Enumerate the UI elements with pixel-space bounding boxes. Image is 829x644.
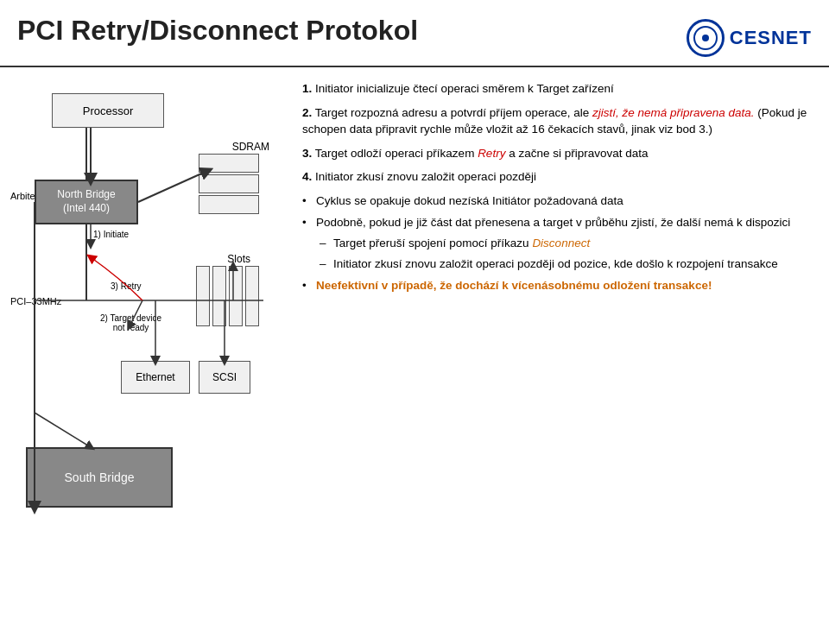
item3-num: 3. bbox=[302, 147, 312, 160]
bullet-item-3: Neefektivní v případě, že dochází k více… bbox=[302, 277, 812, 294]
north-bridge-label-line1: North Bridge bbox=[57, 188, 115, 202]
south-bridge-box: South Bridge bbox=[26, 447, 173, 508]
list-item-4: 4. Initiator zkusí znovu založit operaci… bbox=[302, 168, 812, 186]
sdram-box-3 bbox=[199, 195, 259, 214]
item1-num: 1. bbox=[302, 82, 312, 95]
north-bridge-label-line2: (Intel 440) bbox=[63, 202, 110, 216]
bullet3-highlight: Neefektivní v případě, že dochází k více… bbox=[316, 279, 712, 292]
page-title: PCI Retry/Disconnect Protokol bbox=[17, 16, 418, 46]
sub-bullet-item-2: Initiator zkusí znovu založit operaci po… bbox=[316, 256, 812, 273]
sdram-group bbox=[199, 154, 259, 214]
item2-num: 2. bbox=[302, 106, 312, 119]
south-bridge-label: South Bridge bbox=[65, 470, 135, 484]
processor-label: Processor bbox=[83, 104, 134, 117]
ethernet-label: Ethernet bbox=[136, 371, 174, 383]
sdram-box-2 bbox=[199, 174, 259, 193]
sub-bullet-list: Target přeruší spojení pomocí příkazu Di… bbox=[316, 235, 812, 272]
item1-text: Initiator inicializuje čtecí operaci smě… bbox=[315, 82, 614, 95]
subbullet2-text: Initiator zkusí znovu založit operaci po… bbox=[333, 257, 778, 270]
logo-text: CESNET bbox=[730, 27, 812, 49]
north-bridge-box: North Bridge (Intel 440) bbox=[35, 180, 138, 224]
target-label: 2) Target device not ready bbox=[100, 313, 161, 332]
text-content: 1. Initiator inicializuje čtecí operaci … bbox=[294, 76, 820, 642]
list-item-3: 3. Target odloží operaci příkazem Retry … bbox=[302, 145, 812, 162]
item4-num: 4. bbox=[302, 170, 312, 183]
slots-label: Slots bbox=[227, 253, 250, 265]
list-item-2: 2. Target rozpozná adresu a potvrdí příj… bbox=[302, 104, 812, 138]
bullet2-text: Podobně, pokud je již část dat přenesena… bbox=[316, 216, 790, 229]
svg-line-12 bbox=[35, 413, 91, 447]
subbullet1-pre: Target přeruší spojení pomocí příkazu bbox=[333, 237, 532, 249]
target-label-line1: 2) Target device bbox=[100, 313, 161, 323]
main-content: Processor Arbiter North Bridge (Intel 44… bbox=[0, 76, 829, 642]
scsi-box: SCSI bbox=[199, 361, 250, 394]
bullet-item-2: Podobně, pokud je již část dat přenesena… bbox=[302, 214, 812, 272]
slot-2 bbox=[212, 266, 226, 326]
bullet-item-1: Cyklus se opakuje dokud nezíská Initiáto… bbox=[302, 193, 812, 210]
header: PCI Retry/Disconnect Protokol CESNET bbox=[0, 0, 829, 67]
list-item-1: 1. Initiator inicializuje čtecí operaci … bbox=[302, 80, 812, 98]
svg-line-8 bbox=[138, 171, 207, 202]
slot-1 bbox=[196, 266, 210, 326]
bullet1-text: Cyklus se opakuje dokud nezíská Initiáto… bbox=[316, 194, 623, 207]
ethernet-box: Ethernet bbox=[121, 361, 190, 394]
sdram-label: SDRAM bbox=[232, 141, 269, 153]
cesnet-logo-icon bbox=[687, 19, 725, 57]
processor-box: Processor bbox=[52, 93, 164, 128]
scsi-label: SCSI bbox=[212, 371, 237, 383]
item4-text: Initiator zkusí znovu založit operaci po… bbox=[315, 170, 536, 183]
pci-label: PCI–33MHz bbox=[10, 296, 61, 306]
diagram: Processor Arbiter North Bridge (Intel 44… bbox=[9, 76, 276, 577]
item3-retry: Retry bbox=[478, 147, 505, 160]
logo-area: CESNET bbox=[687, 19, 812, 57]
slots-group bbox=[196, 266, 259, 326]
bullet-list: Cyklus se opakuje dokud nezíská Initiáto… bbox=[302, 193, 812, 294]
item3-text-post: a začne si připravovat data bbox=[505, 147, 648, 160]
sub-bullet-item-1: Target přeruší spojení pomocí příkazu Di… bbox=[316, 235, 812, 252]
item2-highlight: zjistí, že nemá připravena data. bbox=[592, 106, 755, 119]
slot-4 bbox=[245, 266, 259, 326]
numbered-list: 1. Initiator inicializuje čtecí operaci … bbox=[302, 80, 812, 186]
target-label-line2: not ready bbox=[113, 323, 149, 332]
subbullet1-highlight: Disconnect bbox=[532, 237, 590, 249]
slot-3 bbox=[229, 266, 243, 326]
retry-label: 3) Retry bbox=[111, 281, 142, 291]
item2-text: Target rozpozná adresu a potvrdí příjem … bbox=[315, 106, 755, 119]
initiate-label: 1) Initiate bbox=[93, 230, 129, 239]
item3-text-pre: Target odloží operaci příkazem bbox=[315, 147, 478, 160]
sdram-box-1 bbox=[199, 154, 259, 173]
